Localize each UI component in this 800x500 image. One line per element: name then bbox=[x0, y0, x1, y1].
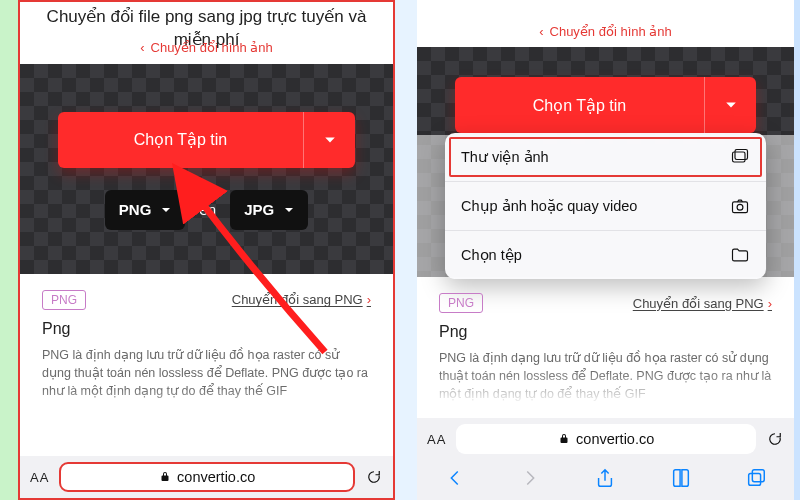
photo-library-icon bbox=[730, 147, 750, 167]
upload-area: ‹Chuyển đổi hình ảnh Chọn Tập tin PNG ến… bbox=[20, 64, 393, 274]
format-badge: PNG bbox=[42, 290, 86, 310]
phone-right: ‹Chuyển đổi hình ảnh Chọn Tập tin Thư vi… bbox=[417, 0, 794, 500]
format-from-label: PNG bbox=[119, 201, 152, 218]
svg-rect-5 bbox=[753, 470, 765, 482]
menu-item-take-photo[interactable]: Chụp ảnh hoặc quay video bbox=[445, 181, 766, 230]
lock-icon bbox=[558, 433, 570, 445]
menu-item-label: Chụp ảnh hoặc quay video bbox=[461, 198, 637, 214]
chevron-left-icon: ‹ bbox=[140, 40, 144, 55]
convert-link-label: Chuyển đổi sang PNG bbox=[633, 296, 764, 311]
svg-rect-1 bbox=[735, 150, 748, 160]
convert-link-label: Chuyển đổi sang PNG bbox=[232, 292, 363, 307]
chevron-right-icon: › bbox=[367, 292, 371, 307]
info-card: PNG Chuyển đổi sang PNG› Png PNG là định… bbox=[417, 277, 794, 405]
nav-forward-button bbox=[519, 467, 541, 493]
address-bar[interactable]: convertio.co bbox=[456, 424, 756, 454]
menu-item-choose-file[interactable]: Chọn tệp bbox=[445, 230, 766, 279]
convert-link[interactable]: Chuyển đổi sang PNG› bbox=[633, 296, 772, 311]
svg-rect-2 bbox=[733, 202, 748, 213]
menu-item-photo-library[interactable]: Thư viện ảnh bbox=[445, 133, 766, 181]
lock-icon bbox=[159, 471, 171, 483]
caret-down-icon bbox=[725, 99, 737, 111]
share-button[interactable] bbox=[594, 467, 616, 493]
chevron-right-icon: › bbox=[768, 296, 772, 311]
chevron-left-icon bbox=[444, 467, 466, 489]
camera-icon bbox=[730, 196, 750, 216]
safari-bottom-bar: AA convertio.co bbox=[417, 418, 794, 500]
format-to-label: JPG bbox=[244, 201, 274, 218]
menu-item-label: Chọn tệp bbox=[461, 247, 522, 263]
file-source-menu: Thư viện ảnh Chụp ảnh hoặc quay video Ch… bbox=[445, 133, 766, 279]
refresh-icon[interactable] bbox=[365, 468, 383, 486]
chevron-right-icon bbox=[519, 467, 541, 489]
share-icon bbox=[594, 467, 616, 489]
tabs-button[interactable] bbox=[745, 467, 767, 493]
info-paragraph: PNG là định dạng lưu trữ dữ liệu đồ họa … bbox=[42, 346, 371, 400]
url-text: convertio.co bbox=[576, 431, 654, 447]
tabs-icon bbox=[745, 467, 767, 489]
address-bar[interactable]: convertio.co bbox=[59, 462, 355, 492]
format-to-select[interactable]: JPG bbox=[230, 190, 308, 230]
format-row: PNG ến JPG bbox=[48, 190, 365, 230]
convert-link[interactable]: Chuyển đổi sang PNG› bbox=[232, 292, 371, 307]
phone-left: Chuyển đổi file png sang jpg trực tuyến … bbox=[18, 0, 395, 500]
svg-rect-0 bbox=[733, 152, 746, 162]
decor-strip-left bbox=[0, 0, 18, 500]
folder-icon bbox=[730, 245, 750, 265]
nav-back[interactable]: ‹Chuyển đổi hình ảnh bbox=[417, 16, 794, 47]
chevron-down-icon bbox=[284, 205, 294, 215]
safari-toolbar bbox=[417, 460, 794, 500]
bookmarks-button[interactable] bbox=[670, 467, 692, 493]
info-paragraph: PNG là định dạng lưu trữ dữ liệu đồ họa … bbox=[439, 349, 772, 403]
svg-rect-4 bbox=[749, 473, 761, 485]
nav-back[interactable]: ‹Chuyển đổi hình ảnh bbox=[20, 32, 393, 63]
decor-strip-mid bbox=[395, 0, 417, 500]
text-size-control[interactable]: AA bbox=[30, 470, 49, 485]
tutorial-two-phone-composite: Chuyển đổi file png sang jpg trực tuyến … bbox=[0, 0, 800, 500]
svg-point-3 bbox=[737, 204, 743, 210]
info-heading: Png bbox=[42, 320, 371, 338]
choose-file-caret[interactable] bbox=[704, 77, 756, 133]
format-from-select[interactable]: PNG bbox=[105, 190, 186, 230]
to-word: ến bbox=[199, 202, 216, 218]
chevron-down-icon bbox=[161, 205, 171, 215]
book-icon bbox=[670, 467, 692, 489]
choose-file-button[interactable]: Chọn Tập tin bbox=[455, 77, 756, 133]
nav-back-label: Chuyển đổi hình ảnh bbox=[550, 24, 672, 39]
nav-back-button[interactable] bbox=[444, 467, 466, 493]
format-badge: PNG bbox=[439, 293, 483, 313]
caret-down-icon bbox=[324, 134, 336, 146]
choose-file-label: Chọn Tập tin bbox=[58, 112, 303, 168]
choose-file-button[interactable]: Chọn Tập tin bbox=[58, 112, 355, 168]
choose-file-caret[interactable] bbox=[303, 112, 355, 168]
chevron-left-icon: ‹ bbox=[539, 24, 543, 39]
text-size-control[interactable]: AA bbox=[427, 432, 446, 447]
info-card: PNG Chuyển đổi sang PNG› Png PNG là định… bbox=[20, 274, 393, 422]
url-text: convertio.co bbox=[177, 469, 255, 485]
choose-file-label: Chọn Tập tin bbox=[455, 77, 704, 133]
nav-back-label: Chuyển đổi hình ảnh bbox=[151, 40, 273, 55]
upload-area-wrapper: Chọn Tập tin Thư viện ảnh Chụp ảnh hoặc … bbox=[417, 47, 794, 277]
refresh-icon[interactable] bbox=[766, 430, 784, 448]
info-heading: Png bbox=[439, 323, 772, 341]
menu-item-label: Thư viện ảnh bbox=[461, 149, 549, 165]
safari-bottom-bar: AA convertio.co bbox=[20, 456, 393, 498]
